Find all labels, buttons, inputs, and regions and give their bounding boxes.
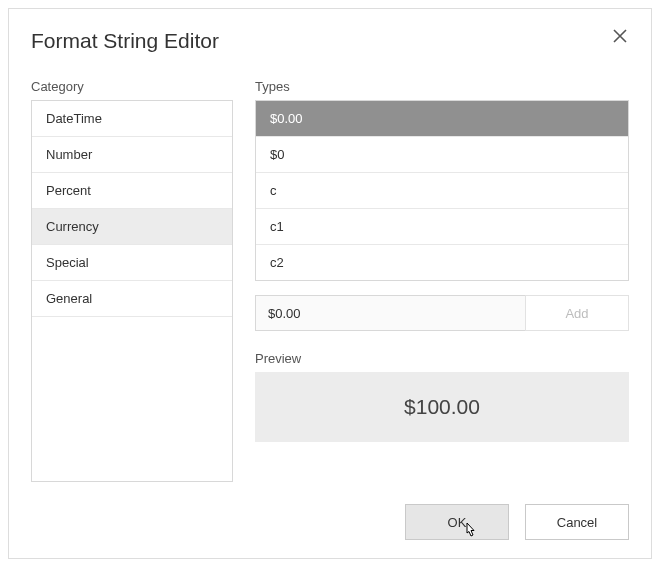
- dialog-header: Format String Editor: [31, 29, 629, 53]
- preview-box: $100.00: [255, 372, 629, 442]
- types-label: Types: [255, 79, 629, 94]
- category-item-datetime[interactable]: DateTime: [32, 101, 232, 137]
- category-item-currency[interactable]: Currency: [32, 209, 232, 245]
- category-item-number[interactable]: Number: [32, 137, 232, 173]
- format-string-editor-dialog: Format String Editor Category DateTime N…: [8, 8, 652, 559]
- add-row: Add: [255, 295, 629, 331]
- dialog-title: Format String Editor: [31, 29, 219, 53]
- types-list: $0.00 $0 c c1 c2: [255, 100, 629, 281]
- ok-button[interactable]: OK: [405, 504, 509, 540]
- format-string-input[interactable]: [255, 295, 525, 331]
- type-item[interactable]: c1: [256, 209, 628, 245]
- add-button[interactable]: Add: [525, 295, 629, 331]
- type-item[interactable]: c: [256, 173, 628, 209]
- type-item[interactable]: $0: [256, 137, 628, 173]
- category-item-general[interactable]: General: [32, 281, 232, 317]
- preview-label: Preview: [255, 351, 629, 366]
- category-item-percent[interactable]: Percent: [32, 173, 232, 209]
- preview-value: $100.00: [404, 395, 480, 419]
- category-column: Category DateTime Number Percent Currenc…: [31, 79, 233, 482]
- close-icon[interactable]: [611, 27, 629, 48]
- dialog-footer: OK Cancel: [31, 504, 629, 540]
- types-column: Types $0.00 $0 c c1 c2 Add Preview $100.…: [255, 79, 629, 482]
- category-list: DateTime Number Percent Currency Special…: [31, 100, 233, 482]
- ok-button-label: OK: [448, 515, 467, 530]
- cancel-button[interactable]: Cancel: [525, 504, 629, 540]
- type-item[interactable]: c2: [256, 245, 628, 280]
- type-item[interactable]: $0.00: [256, 101, 628, 137]
- dialog-body: Category DateTime Number Percent Currenc…: [31, 79, 629, 482]
- category-label: Category: [31, 79, 233, 94]
- category-item-special[interactable]: Special: [32, 245, 232, 281]
